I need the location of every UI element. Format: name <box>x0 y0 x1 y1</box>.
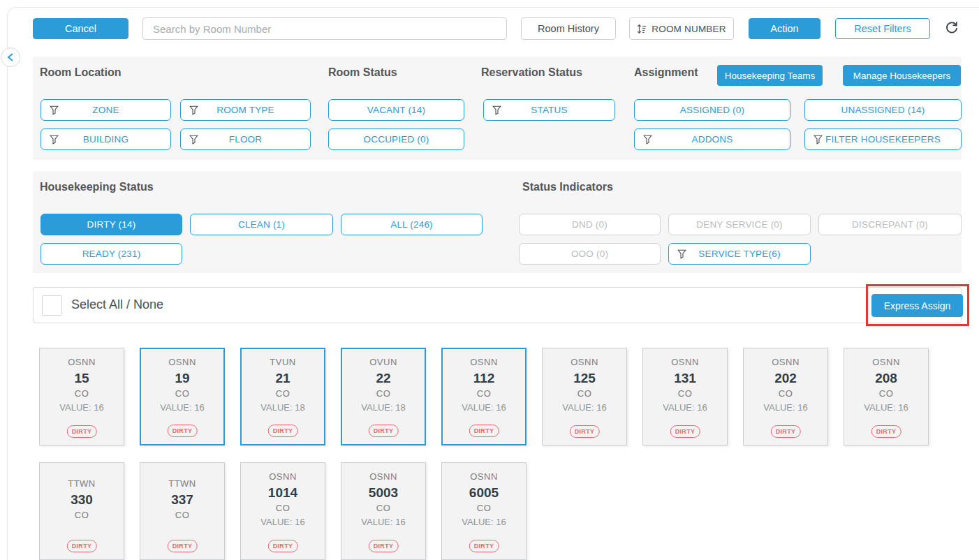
funnel-icon <box>50 105 59 115</box>
zone-filter-label: ZONE <box>92 105 119 115</box>
express-assign-button[interactable]: Express Assign <box>871 294 963 317</box>
funnel-icon <box>492 105 501 115</box>
reset-filters-button[interactable]: Reset Filters <box>835 18 930 39</box>
reservation-status-label: CO <box>477 501 492 515</box>
room-type-label: OSNN <box>369 470 397 484</box>
funnel-icon <box>643 135 652 145</box>
cancel-button[interactable]: Cancel <box>33 18 128 39</box>
building-filter-button[interactable]: BUILDING <box>41 128 171 150</box>
all-filter-button[interactable]: ALL (246) <box>341 214 483 235</box>
filter-housekeepers-label: FILTER HOUSEKEEPERS <box>825 134 941 145</box>
occupied-filter-button[interactable]: OCCUPIED (0) <box>328 128 464 150</box>
room-type-label: OSNN <box>269 470 297 484</box>
select-all-checkbox[interactable] <box>42 295 62 316</box>
reservation-status-label: CO <box>175 508 190 522</box>
room-history-button[interactable]: Room History <box>521 17 616 40</box>
room-card[interactable]: OSNN 131 CO VALUE: 16 DIRTY <box>642 348 728 445</box>
reservation-status-label: CO <box>75 508 89 522</box>
room-card[interactable]: OVUN 22 CO VALUE: 18 DIRTY <box>341 348 426 445</box>
housekeeping-status-title: Housekeeping Status <box>40 181 154 193</box>
service-type-filter-label: SERVICE TYPE(6) <box>698 249 780 259</box>
room-status-title: Room Status <box>328 66 397 79</box>
chevron-left-icon <box>7 53 14 61</box>
dirty-badge: DIRTY <box>168 540 198 552</box>
manage-housekeepers-button[interactable]: Manage Housekeepers <box>843 65 961 86</box>
room-number: 15 <box>74 369 89 387</box>
dnd-filter-button[interactable]: DND (0) <box>519 214 661 235</box>
room-number: 21 <box>275 369 290 387</box>
occupied-filter-label: OCCUPIED (0) <box>364 134 429 145</box>
room-card[interactable]: OSNN 208 CO VALUE: 16 DIRTY <box>844 348 929 445</box>
room-card[interactable]: TVUN 21 CO VALUE: 18 DIRTY <box>240 348 325 445</box>
room-number: 112 <box>473 369 495 387</box>
assigned-filter-button[interactable]: ASSIGNED (0) <box>634 99 790 121</box>
refresh-button[interactable] <box>943 20 960 36</box>
funnel-icon <box>677 249 686 259</box>
zone-filter-button[interactable]: ZONE <box>41 99 171 121</box>
room-value-label: VALUE: 16 <box>562 401 606 414</box>
dirty-badge: DIRTY <box>369 540 399 552</box>
room-card[interactable]: OSNN 15 CO VALUE: 16 DIRTY <box>39 348 124 445</box>
deny-service-filter-button[interactable]: DENY SERVICE (0) <box>668 214 811 235</box>
room-type-label: OSNN <box>470 355 498 369</box>
discrepant-filter-button[interactable]: DISCREPANT (0) <box>818 214 962 235</box>
unassigned-filter-button[interactable]: UNASSIGNED (14) <box>804 99 962 121</box>
action-button[interactable]: Action <box>749 18 820 39</box>
room-location-title: Room Location <box>40 66 121 79</box>
dirty-filter-label: DIRTY (14) <box>87 219 136 230</box>
filter-housekeepers-button[interactable]: FILTER HOUSEKEEPERS <box>804 128 962 150</box>
ready-filter-button[interactable]: READY (231) <box>41 243 182 265</box>
all-filter-label: ALL (246) <box>390 219 433 230</box>
room-type-label: OSNN <box>470 470 498 484</box>
room-type-label: OSNN <box>872 355 900 369</box>
room-type-label: TTWN <box>68 477 96 491</box>
room-type-label: OSNN <box>168 355 196 369</box>
room-card[interactable]: OSNN 202 CO VALUE: 16 DIRTY <box>743 348 828 445</box>
collapse-panel-button[interactable] <box>1 47 20 67</box>
room-card[interactable]: OSNN 1014 CO VALUE: 16 DIRTY <box>240 462 325 560</box>
vacant-filter-button[interactable]: VACANT (14) <box>328 99 464 121</box>
ready-filter-label: READY (231) <box>82 249 141 259</box>
room-card[interactable]: OSNN 112 CO VALUE: 16 DIRTY <box>441 348 527 445</box>
dirty-badge: DIRTY <box>469 425 499 437</box>
selection-bar: Select All / None <box>33 287 962 323</box>
room-card[interactable]: OSNN 125 CO VALUE: 16 DIRTY <box>542 348 627 445</box>
reservation-status-label: CO <box>879 387 894 401</box>
room-value-label: VALUE: 16 <box>864 401 908 414</box>
dirty-filter-button[interactable]: DIRTY (14) <box>41 214 182 235</box>
room-number: 22 <box>376 369 390 387</box>
room-card[interactable]: OSNN 19 CO VALUE: 16 DIRTY <box>140 348 225 445</box>
room-number: 1014 <box>268 484 297 501</box>
unassigned-filter-label: UNASSIGNED (14) <box>841 105 925 115</box>
housekeeping-teams-button[interactable]: Housekeeping Teams <box>717 65 823 86</box>
room-card[interactable]: TTWN 330 CO DIRTY <box>39 462 124 560</box>
status-filter-button[interactable]: STATUS <box>483 99 615 121</box>
room-number: 5003 <box>369 484 398 501</box>
room-card[interactable]: OSNN 5003 CO VALUE: 16 DIRTY <box>341 462 426 560</box>
dirty-badge: DIRTY <box>871 425 901 438</box>
clean-filter-button[interactable]: CLEAN (1) <box>190 214 333 235</box>
service-type-filter-button[interactable]: SERVICE TYPE(6) <box>668 243 811 265</box>
select-all-label: Select All / None <box>71 297 163 312</box>
floor-filter-button[interactable]: FLOOR <box>180 128 311 150</box>
funnel-icon <box>50 135 59 145</box>
search-input[interactable] <box>142 17 507 40</box>
room-card[interactable]: OSNN 6005 CO VALUE: 16 DIRTY <box>441 462 527 560</box>
room-type-label: OSNN <box>772 355 800 369</box>
ooo-filter-button[interactable]: OOO (0) <box>519 243 661 265</box>
room-number: 208 <box>875 369 897 387</box>
reservation-status-label: CO <box>779 387 793 401</box>
room-type-filter-button[interactable]: ROOM TYPE <box>180 99 311 121</box>
addons-filter-button[interactable]: ADDONS <box>634 128 790 150</box>
main-panel: Cancel Room History ROOM NUMBER Action R… <box>7 7 979 560</box>
dirty-badge: DIRTY <box>369 425 399 437</box>
sort-room-number-button[interactable]: ROOM NUMBER <box>629 17 734 40</box>
room-card-grid: OSNN 15 CO VALUE: 16 DIRTY OSNN 19 CO VA… <box>39 348 961 560</box>
filters-panel: Room Location Room Status Reservation St… <box>33 57 962 160</box>
sort-icon <box>637 24 647 34</box>
funnel-icon <box>814 135 823 145</box>
room-card[interactable]: TTWN 337 CO DIRTY <box>140 462 225 560</box>
room-type-label: TVUN <box>270 355 295 369</box>
room-value-label: VALUE: 18 <box>361 401 405 414</box>
assignment-title: Assignment <box>634 66 698 79</box>
